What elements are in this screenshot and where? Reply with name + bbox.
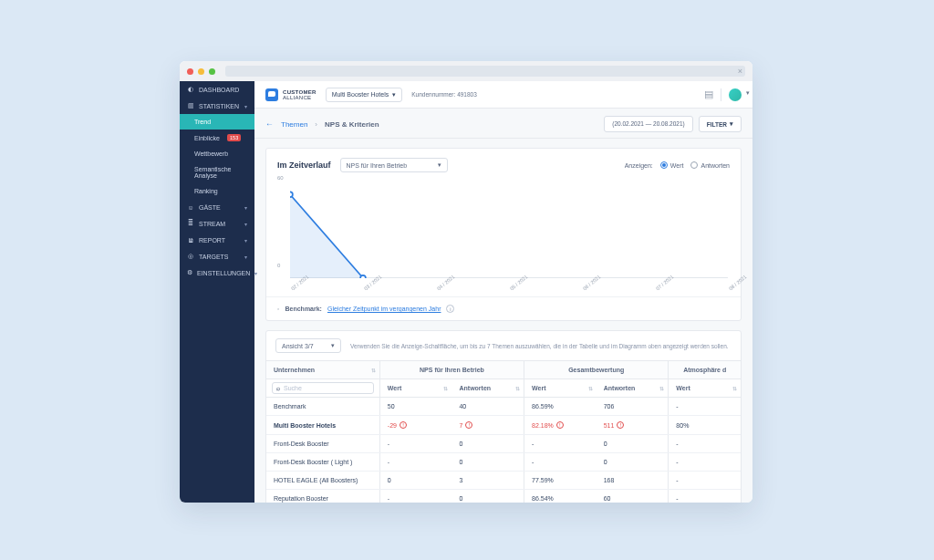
table-hint: Verwenden Sie die Anzeige-Schaltfläche, … xyxy=(350,343,729,349)
report-icon: 🗎 xyxy=(187,236,194,244)
users-icon: ☺ xyxy=(187,203,194,211)
search-input-wrap[interactable]: ⌕ xyxy=(272,382,374,394)
svg-point-2 xyxy=(360,275,366,278)
sidebar-label: DASHBOARD xyxy=(199,87,239,93)
breadcrumb-sep: › xyxy=(315,120,317,129)
chevron-down-icon: ▾ xyxy=(254,270,257,276)
window-zoom-dot[interactable] xyxy=(209,68,215,75)
chevron-down-icon: ▾ xyxy=(244,204,247,211)
alert-icon: ! xyxy=(556,421,564,429)
sidebar-label: Semantische Analyse xyxy=(194,166,247,179)
sidebar-label: Trend xyxy=(194,119,211,125)
window-minimize-dot[interactable] xyxy=(198,68,204,75)
x-tick: 07 / 2021 xyxy=(655,287,659,292)
breadcrumb: ← Themen › NPS & Kriterien (20.02.2021 —… xyxy=(254,109,752,139)
sidebar-item-wettbewerb[interactable]: Wettbewerb xyxy=(180,146,254,161)
table-row[interactable]: Multi Booster Hotels-29 !7 !82.18% !511 … xyxy=(266,416,741,435)
logo-text: CUSTOMERALLIANCE xyxy=(283,89,317,100)
trend-metric-select[interactable]: NPS für Ihren Betrieb ▾ xyxy=(340,158,448,172)
chart-svg xyxy=(290,178,728,278)
sidebar-item-einstellungen[interactable]: ⚙ EINSTELLUNGEN ▾ xyxy=(180,264,254,281)
sidebar-item-einblicke[interactable]: Einblicke 153 xyxy=(180,130,254,146)
sidebar-item-semantische[interactable]: Semantische Analyse xyxy=(180,161,254,183)
th-nps-wert[interactable]: Wert⇅ xyxy=(379,379,451,398)
main-column: CUSTOMERALLIANCE Multi Booster Hotels ▾ … xyxy=(254,81,752,503)
table-row[interactable]: Front-Desk Booster ( Light )-0-0- xyxy=(266,453,741,472)
marker-icon: ◦ xyxy=(277,306,279,312)
th-gesamt-group: Gesamtbewertung xyxy=(524,361,669,379)
close-icon[interactable]: × xyxy=(738,67,742,76)
window-close-dot[interactable] xyxy=(187,68,193,75)
sidebar: ◐ DASHBOARD ▥ STATISTIKEN ▾ Trend Einbli… xyxy=(180,81,254,503)
sidebar-label: EINSTELLUNGEN xyxy=(197,270,250,276)
address-bar[interactable]: × xyxy=(225,66,745,77)
date-range[interactable]: (20.02.2021 — 20.08.2021) xyxy=(604,116,693,132)
sidebar-label: STREAM xyxy=(199,221,225,227)
radio-antworten[interactable]: Antworten xyxy=(690,161,730,169)
notebook-icon[interactable]: ▤ xyxy=(704,88,713,100)
chevron-down-icon: ▾ xyxy=(438,161,441,169)
sidebar-item-report[interactable]: 🗎 REPORT ▾ xyxy=(180,232,254,248)
x-tick: 02 / 2021 xyxy=(290,287,294,292)
stream-icon: ≣ xyxy=(187,220,194,227)
radio-wert[interactable]: Wert xyxy=(660,161,684,169)
sidebar-label: TARGETS xyxy=(199,254,229,260)
sidebar-label: STATISTIKEN xyxy=(199,103,239,109)
x-tick: 05 / 2021 xyxy=(509,287,513,292)
th-company[interactable]: Unternehmen⇅ xyxy=(266,361,379,379)
radio-icon xyxy=(690,161,698,169)
th-atm-wert[interactable]: Wert⇅ xyxy=(669,379,741,398)
sidebar-item-ranking[interactable]: Ranking xyxy=(180,183,254,199)
browser-chrome: × xyxy=(180,61,752,81)
divider xyxy=(721,88,721,101)
y-tick: 60 xyxy=(277,175,284,181)
property-select[interactable]: Multi Booster Hotels ▾ xyxy=(326,88,403,102)
search-input[interactable] xyxy=(284,385,342,391)
sidebar-label: Wettbewerb xyxy=(194,150,228,157)
customer-number: Kundennummer: 491803 xyxy=(411,91,477,98)
property-name: Multi Booster Hotels xyxy=(332,91,389,98)
x-tick: 03 / 2021 xyxy=(363,287,367,292)
alert-icon: ! xyxy=(617,421,624,429)
sidebar-item-statistiken[interactable]: ▥ STATISTIKEN ▾ xyxy=(180,98,254,114)
chevron-down-icon: ▾ xyxy=(244,221,247,227)
sidebar-label: Einblicke xyxy=(194,135,220,141)
table-row[interactable]: Reputation Booster-086.54%60- xyxy=(266,490,741,503)
back-arrow-icon[interactable]: ← xyxy=(265,119,274,129)
user-avatar[interactable] xyxy=(729,88,742,101)
topbar: CUSTOMERALLIANCE Multi Booster Hotels ▾ … xyxy=(254,81,752,109)
table-row[interactable]: Benchmark504086.59%706- xyxy=(266,398,741,416)
benchmark-label: Benchmark: xyxy=(285,306,321,312)
benchmark-link[interactable]: Gleicher Zeitpunkt im vergangenen Jahr xyxy=(327,306,441,312)
content-scroll[interactable]: Im Zeitverlauf NPS für Ihren Betrieb ▾ A… xyxy=(254,139,752,503)
sidebar-item-gaeste[interactable]: ☺ GÄSTE ▾ xyxy=(180,199,254,215)
th-atmos-group: Atmosphäre d xyxy=(669,361,741,379)
sidebar-item-dashboard[interactable]: ◐ DASHBOARD xyxy=(180,81,254,98)
chevron-down-icon: ▾ xyxy=(730,120,733,128)
breadcrumb-themen[interactable]: Themen xyxy=(281,120,307,129)
trend-title: Im Zeitverlauf xyxy=(277,161,331,170)
chevron-down-icon: ▾ xyxy=(244,103,247,109)
table-row[interactable]: Front-Desk Booster-0-0- xyxy=(266,435,741,453)
th-nps-ant[interactable]: Antworten⇅ xyxy=(451,379,524,398)
x-tick: 06 / 2021 xyxy=(582,287,586,292)
chevron-down-icon: ▾ xyxy=(244,237,247,244)
x-tick: 04 / 2021 xyxy=(436,287,440,292)
x-tick: 08 / 2021 xyxy=(728,287,732,292)
gear-icon: ⚙ xyxy=(187,269,192,276)
brand-logo[interactable]: CUSTOMERALLIANCE xyxy=(265,88,317,101)
table-row[interactable]: HOTEL EAGLE (All Boosters)0377.59%168- xyxy=(266,472,741,490)
ansicht-select[interactable]: Ansicht 3/7 ▾ xyxy=(275,338,341,353)
sidebar-item-stream[interactable]: ≣ STREAM ▾ xyxy=(180,215,254,232)
th-ges-wert[interactable]: Wert⇅ xyxy=(524,379,597,398)
filter-button[interactable]: FILTER ▾ xyxy=(699,116,742,132)
th-ges-ant[interactable]: Antworten⇅ xyxy=(597,379,669,398)
trend-chart: 60 0 02 / 202103 / 202104 / 202105 / 202… xyxy=(277,178,730,287)
sidebar-label: GÄSTE xyxy=(199,204,221,211)
sidebar-item-trend[interactable]: Trend xyxy=(180,114,254,130)
sidebar-item-targets[interactable]: ◎ TARGETS ▾ xyxy=(180,248,254,264)
svg-point-1 xyxy=(290,192,293,197)
info-icon[interactable]: i xyxy=(446,305,454,313)
bars-icon: ▥ xyxy=(187,102,194,109)
chevron-down-icon: ▾ xyxy=(244,254,247,260)
